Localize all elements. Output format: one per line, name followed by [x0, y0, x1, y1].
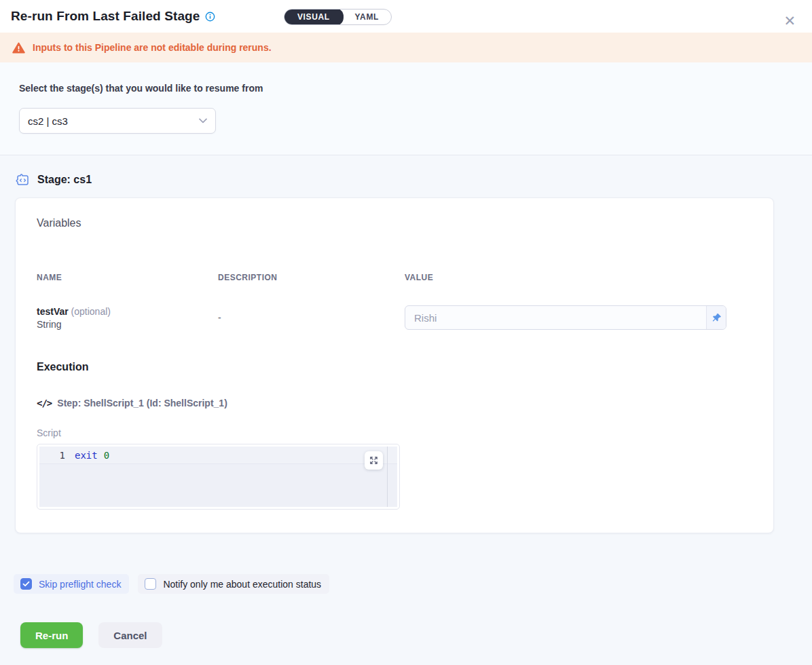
- notify-only-me-label: Notify only me about execution status: [163, 579, 321, 590]
- warning-text: Inputs to this Pipeline are not editable…: [33, 42, 272, 53]
- code-keyword: exit: [75, 450, 98, 461]
- code-area: 1 exit 0: [39, 446, 397, 507]
- modal-header: Re-run From Last Failed Stage VISUAL YAM…: [0, 0, 812, 33]
- variable-optional-tag: (optional): [71, 306, 111, 317]
- run-options: Skip preflight check Notify only me abou…: [14, 574, 812, 594]
- pin-icon[interactable]: [706, 306, 726, 329]
- variable-name-cell: testVar (optional) String: [37, 306, 218, 330]
- visual-yaml-toggle: VISUAL YAML: [284, 9, 392, 25]
- column-value: VALUE: [405, 273, 726, 282]
- expand-icon[interactable]: [365, 451, 383, 470]
- variable-name: testVar: [37, 306, 69, 317]
- step-label: Step: ShellScript_1 (Id: ShellScript_1): [57, 398, 227, 408]
- variable-value-input[interactable]: [405, 312, 706, 324]
- step-header: </> Step: ShellScript_1 (Id: ShellScript…: [37, 398, 752, 408]
- code-argument: 0: [104, 450, 109, 461]
- variables-heading: Variables: [37, 217, 752, 229]
- tab-yaml[interactable]: YAML: [343, 9, 391, 25]
- stage-inputs-card: Variables NAME DESCRIPTION VALUE testVar…: [15, 197, 774, 533]
- column-name: NAME: [37, 273, 218, 282]
- line-number: 1: [39, 450, 75, 461]
- variable-type: String: [37, 319, 218, 330]
- rerun-button[interactable]: Re-run: [20, 622, 83, 648]
- code-step-icon: </>: [37, 398, 52, 408]
- info-icon[interactable]: [205, 12, 215, 22]
- skip-preflight-checkbox[interactable]: Skip preflight check: [14, 574, 129, 594]
- editor-scrollbar[interactable]: [387, 446, 388, 507]
- code-line: 1 exit 0: [39, 446, 397, 464]
- script-code-editor[interactable]: 1 exit 0: [37, 444, 400, 510]
- close-icon[interactable]: ✕: [783, 14, 796, 28]
- table-row: testVar (optional) String -: [37, 305, 752, 330]
- stage-select-section: Select the stage(s) that you would like …: [0, 62, 812, 155]
- warning-icon: [12, 42, 25, 54]
- custom-stage-icon: [15, 172, 31, 187]
- chevron-down-icon: [199, 118, 207, 124]
- variables-table-header: NAME DESCRIPTION VALUE: [37, 273, 752, 282]
- page-title: Re-run From Last Failed Stage: [11, 9, 200, 24]
- stage-header: Stage: cs1: [0, 155, 812, 189]
- stage-select-label: Select the stage(s) that you would like …: [19, 83, 793, 94]
- modal-body: Stage: cs1 Variables NAME DESCRIPTION VA…: [0, 155, 812, 648]
- stage-select-dropdown[interactable]: cs2 | cs3: [19, 108, 216, 134]
- notify-only-me-checkbox[interactable]: Notify only me about execution status: [138, 574, 329, 594]
- script-label: Script: [37, 428, 752, 438]
- skip-preflight-label: Skip preflight check: [39, 579, 121, 590]
- modal-actions: Re-run Cancel: [20, 622, 812, 648]
- stage-select-value: cs2 | cs3: [28, 115, 199, 127]
- warning-banner: Inputs to this Pipeline are not editable…: [0, 33, 812, 62]
- checkbox-icon: [20, 578, 32, 590]
- variable-description: -: [218, 312, 405, 323]
- tab-visual[interactable]: VISUAL: [284, 9, 344, 25]
- checkbox-icon: [145, 578, 156, 590]
- cancel-button[interactable]: Cancel: [98, 622, 162, 648]
- variable-value-field: [405, 305, 726, 330]
- stage-title: Stage: cs1: [37, 174, 92, 186]
- execution-heading: Execution: [37, 361, 752, 373]
- column-description: DESCRIPTION: [218, 273, 405, 282]
